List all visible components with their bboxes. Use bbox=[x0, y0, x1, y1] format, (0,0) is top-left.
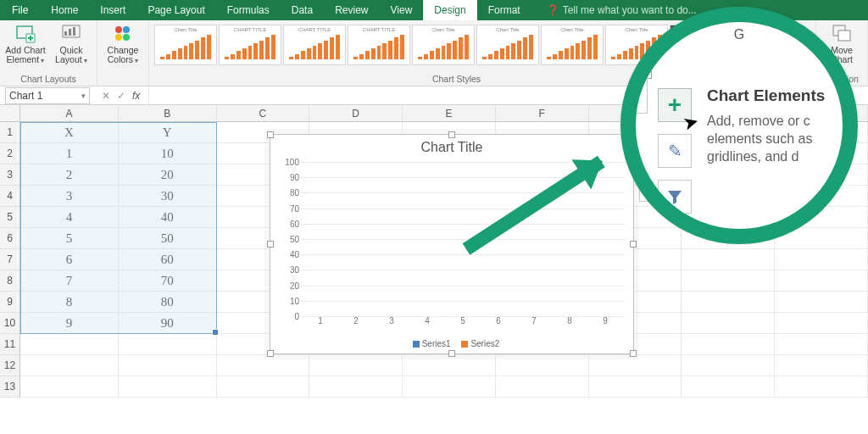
tab-format[interactable]: Format bbox=[477, 0, 531, 20]
cell[interactable] bbox=[309, 376, 403, 398]
cell[interactable] bbox=[775, 292, 868, 313]
resize-handle[interactable] bbox=[267, 131, 274, 138]
row-header-5[interactable]: 5 bbox=[0, 207, 19, 228]
resize-handle[interactable] bbox=[448, 350, 455, 357]
cell[interactable]: 70 bbox=[119, 270, 217, 292]
row-header-2[interactable]: 2 bbox=[0, 143, 19, 164]
row-header-6[interactable]: 6 bbox=[0, 228, 19, 249]
cell[interactable] bbox=[682, 334, 775, 355]
row-header-10[interactable]: 10 bbox=[0, 313, 19, 334]
file-tab[interactable]: File bbox=[0, 0, 40, 20]
tab-formulas[interactable]: Formulas bbox=[216, 0, 281, 20]
tab-data[interactable]: Data bbox=[281, 0, 324, 20]
cell[interactable] bbox=[589, 376, 682, 398]
cell[interactable]: 30 bbox=[119, 186, 217, 207]
chart-legend[interactable]: Series1 Series2 bbox=[270, 339, 633, 348]
cell[interactable]: 80 bbox=[119, 292, 217, 313]
tab-review[interactable]: Review bbox=[324, 0, 379, 20]
cell[interactable] bbox=[682, 313, 775, 334]
cell[interactable]: 10 bbox=[119, 143, 217, 164]
cell[interactable] bbox=[775, 249, 868, 270]
column-header-e[interactable]: E bbox=[403, 105, 496, 121]
cell[interactable] bbox=[775, 270, 868, 292]
chart-style-thumb[interactable]: Chart Title bbox=[541, 25, 604, 65]
row-header-11[interactable]: 11 bbox=[0, 334, 19, 355]
chart-style-thumb[interactable]: CHART TITLE bbox=[283, 25, 346, 65]
enter-formula-icon[interactable]: ✓ bbox=[117, 90, 125, 102]
cancel-formula-icon[interactable]: ✕ bbox=[102, 90, 110, 102]
cell[interactable]: 1 bbox=[20, 143, 119, 164]
column-header-a[interactable]: A bbox=[20, 105, 119, 121]
column-header-d[interactable]: D bbox=[309, 105, 403, 121]
tab-page-layout[interactable]: Page Layout bbox=[136, 0, 215, 20]
cell[interactable] bbox=[403, 355, 496, 376]
column-header-f[interactable]: F bbox=[496, 105, 589, 121]
row-header-8[interactable]: 8 bbox=[0, 270, 19, 292]
cell[interactable] bbox=[775, 376, 868, 398]
change-colors-button[interactable]: Change Colors bbox=[103, 22, 143, 65]
tell-me-search[interactable]: ❓Tell me what you want to do... bbox=[547, 0, 697, 20]
tab-view[interactable]: View bbox=[380, 0, 424, 20]
cell[interactable]: 8 bbox=[20, 292, 119, 313]
cell[interactable] bbox=[496, 355, 589, 376]
quick-layout-button[interactable]: Quick Layout bbox=[51, 22, 92, 65]
select-all-corner[interactable] bbox=[0, 105, 20, 122]
chart-style-thumb[interactable]: CHART TITLE bbox=[348, 25, 410, 65]
cell[interactable]: 40 bbox=[119, 207, 217, 228]
cell[interactable]: 3 bbox=[20, 186, 119, 207]
resize-handle[interactable] bbox=[630, 350, 637, 357]
resize-handle[interactable] bbox=[448, 131, 455, 138]
cell[interactable] bbox=[309, 355, 403, 376]
cell[interactable] bbox=[682, 355, 775, 376]
cell[interactable]: 20 bbox=[119, 164, 217, 186]
chart-style-thumb[interactable]: CHART TITLE bbox=[219, 25, 281, 65]
cell[interactable] bbox=[217, 355, 310, 376]
cell[interactable] bbox=[682, 249, 775, 270]
cell[interactable] bbox=[119, 355, 217, 376]
cell[interactable] bbox=[775, 334, 868, 355]
name-box[interactable]: Chart 1▾ bbox=[5, 87, 90, 104]
tab-insert[interactable]: Insert bbox=[89, 0, 136, 20]
cell[interactable] bbox=[682, 292, 775, 313]
row-header-13[interactable]: 13 bbox=[0, 376, 19, 398]
chart-styles-button-zoom[interactable]: ✎ bbox=[658, 134, 692, 168]
row-header-1[interactable]: 1 bbox=[0, 122, 19, 143]
cell[interactable] bbox=[682, 376, 775, 398]
cell[interactable] bbox=[217, 376, 310, 398]
column-header-c[interactable]: C bbox=[217, 105, 310, 121]
cell[interactable] bbox=[682, 270, 775, 292]
cell[interactable]: 5 bbox=[20, 228, 119, 249]
column-header-b[interactable]: B bbox=[119, 105, 217, 121]
cell[interactable] bbox=[589, 355, 682, 376]
cell[interactable] bbox=[20, 355, 119, 376]
cell[interactable]: Y bbox=[119, 122, 217, 143]
row-header-9[interactable]: 9 bbox=[0, 292, 19, 313]
chart-filters-button-zoom[interactable] bbox=[658, 180, 692, 214]
chart-style-thumb[interactable]: Chart Title bbox=[154, 25, 217, 65]
resize-handle[interactable] bbox=[267, 241, 274, 248]
cell[interactable]: 9 bbox=[20, 313, 119, 334]
row-header-12[interactable]: 12 bbox=[0, 355, 19, 376]
cell[interactable] bbox=[119, 376, 217, 398]
cell[interactable]: 90 bbox=[119, 313, 217, 334]
resize-handle[interactable] bbox=[267, 350, 274, 357]
resize-handle[interactable] bbox=[630, 241, 637, 248]
cell[interactable]: X bbox=[20, 122, 119, 143]
row-header-7[interactable]: 7 bbox=[0, 249, 19, 270]
row-headers[interactable]: 12345678910111213 bbox=[0, 122, 20, 398]
cell[interactable] bbox=[119, 334, 217, 355]
cell[interactable]: 50 bbox=[119, 228, 217, 249]
chart-title[interactable]: Chart Title bbox=[270, 140, 633, 155]
tab-home[interactable]: Home bbox=[40, 0, 89, 20]
add-chart-element-button[interactable]: Add Chart Element bbox=[5, 22, 46, 65]
cell[interactable] bbox=[775, 313, 868, 334]
cell[interactable] bbox=[403, 376, 496, 398]
tab-design[interactable]: Design bbox=[423, 0, 476, 20]
cell[interactable]: 2 bbox=[20, 164, 119, 186]
cell[interactable] bbox=[20, 376, 119, 398]
chart-style-thumb[interactable]: Chart Title bbox=[476, 25, 539, 65]
cell[interactable]: 4 bbox=[20, 207, 119, 228]
row-header-3[interactable]: 3 bbox=[0, 164, 19, 186]
cell[interactable] bbox=[20, 334, 119, 355]
fx-icon[interactable]: fx bbox=[132, 90, 140, 102]
